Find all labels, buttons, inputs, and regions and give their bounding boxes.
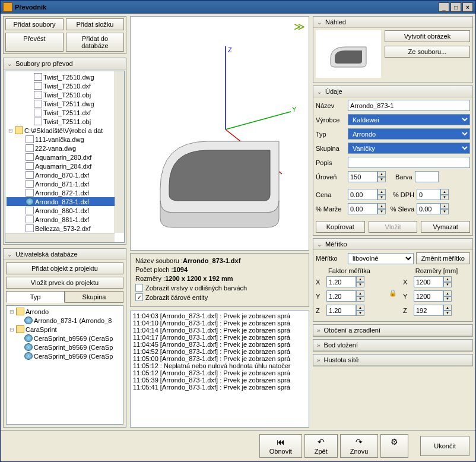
insert-point-panel-header[interactable]: »Bod vložení xyxy=(313,340,472,351)
tree-item[interactable]: Arrondo_873-1.dxf xyxy=(7,197,123,206)
show-lines-checkbox[interactable]: ✓Zobrazit čárové entity xyxy=(135,293,304,301)
top-buttons: Přidat soubory Přidat složku Převést Při… xyxy=(3,16,126,54)
price-input[interactable] xyxy=(348,189,377,200)
tree-item[interactable]: Twist_T2511.dxf xyxy=(7,108,123,117)
tree-item[interactable]: Bellezza_573-2.dxf xyxy=(7,224,123,233)
dim-x-input[interactable] xyxy=(414,276,443,287)
copy-button[interactable]: Kopírovat xyxy=(316,221,365,233)
undo-button[interactable]: ↶Zpět xyxy=(304,434,338,458)
lock-icon[interactable]: 🔒 xyxy=(389,267,397,319)
chevron-down-icon: ⌄ xyxy=(7,61,12,67)
tree-item[interactable]: Twist_T2511.dwg xyxy=(7,99,123,108)
add-to-db-button[interactable]: Přidat do databáze xyxy=(66,33,124,52)
gear-icon: ⚙ xyxy=(391,437,398,447)
tab-group[interactable]: Skupina xyxy=(65,291,123,303)
db-tabs: Typ Skupina xyxy=(6,291,123,303)
preview-image xyxy=(316,30,381,78)
tree-item[interactable]: Twist_T2511.obj xyxy=(7,117,123,126)
log-box[interactable]: 11:04:03 [Arrondo_873-1.dxf] : Prvek je … xyxy=(130,311,309,428)
desc-input[interactable] xyxy=(348,157,470,168)
tree-item[interactable]: Arrondo_881-1.dxf xyxy=(7,215,123,224)
scrollbar-v[interactable] xyxy=(115,71,124,233)
tree-item[interactable]: Twist_T2510.dwg xyxy=(7,72,123,81)
window-title: Převodník xyxy=(15,4,46,11)
factor-z-input[interactable] xyxy=(326,305,356,316)
scale-panel-header[interactable]: ⌄Měřítko xyxy=(313,239,472,250)
viewport-3d[interactable]: ≫ Z Y xyxy=(130,16,309,251)
db-panel-header[interactable]: ⌄ Uživatelská databáze xyxy=(4,249,126,260)
show-layers-checkbox[interactable]: Zobrazit vrstvy v odlišných barvách xyxy=(135,284,304,292)
paste-button[interactable]: Vložit xyxy=(369,221,418,233)
scale-select[interactable]: libovolné xyxy=(348,253,414,264)
refresh-button[interactable]: ⏮Obnovit xyxy=(259,434,302,458)
discount-input[interactable] xyxy=(417,203,440,214)
tab-type[interactable]: Typ xyxy=(6,291,65,303)
color-box[interactable] xyxy=(415,171,439,182)
margin-input[interactable] xyxy=(348,203,377,214)
tree-item[interactable]: 222-vana.dwg xyxy=(7,144,123,153)
factor-x-input[interactable] xyxy=(326,276,356,287)
factor-y-input[interactable] xyxy=(326,290,356,302)
tree-item[interactable]: Aquamarin_280.dxf xyxy=(7,153,123,162)
tree-item[interactable]: Twist_T2510.dxf xyxy=(7,81,123,90)
add-files-button[interactable]: Přidat soubory xyxy=(5,18,64,30)
scrollbar-h[interactable] xyxy=(5,233,115,242)
chevron-down-icon: ⌄ xyxy=(7,251,12,258)
dim-y-input[interactable] xyxy=(414,290,443,302)
preview-panel-header[interactable]: ⌄Náhled xyxy=(313,17,472,28)
settings-button[interactable]: ⚙ xyxy=(380,434,408,458)
minimize-button[interactable]: _ xyxy=(439,2,449,12)
redo-button[interactable]: ↷Znovu xyxy=(340,434,379,458)
add-object-button[interactable]: Přidat objekt z projektu xyxy=(6,262,123,274)
rewind-icon: ⏮ xyxy=(277,437,285,447)
undo-icon: ↶ xyxy=(318,437,325,447)
insert-element-button[interactable]: Vložit prvek do projektu xyxy=(6,277,123,289)
tree-item[interactable]: Aquamarin_284.dxf xyxy=(7,162,123,170)
exit-button[interactable]: Ukončit xyxy=(420,436,469,456)
svg-line-2 xyxy=(226,112,291,129)
files-tree[interactable]: Twist_T2510.dwgTwist_T2510.dxfTwist_T251… xyxy=(5,71,125,243)
add-folder-button[interactable]: Přidat složku xyxy=(66,18,124,30)
redo-icon: ↷ xyxy=(356,437,363,447)
rotation-panel-header[interactable]: »Otočení a zrcadlení xyxy=(313,325,472,336)
tree-item[interactable]: Arrondo_872-1.dxf xyxy=(7,188,123,197)
svg-text:Z: Z xyxy=(228,46,232,53)
svg-text:Y: Y xyxy=(292,106,297,113)
name-input[interactable] xyxy=(348,100,470,111)
maximize-button[interactable]: □ xyxy=(450,2,461,12)
from-file-button[interactable]: Ze souboru... xyxy=(385,46,470,58)
dim-z-input[interactable] xyxy=(414,305,443,316)
file-info: Název souboru :Arrondo_873-1.dxf Počet p… xyxy=(130,253,309,307)
mesh-panel-header[interactable]: »Hustota sítě xyxy=(313,355,472,366)
tree-item[interactable]: Twist_T2510.obj xyxy=(7,90,123,99)
titlebar: Převodník _ □ × xyxy=(1,1,475,14)
tree-item[interactable]: Arrondo_871-1.dxf xyxy=(7,179,123,188)
type-select[interactable]: Arrondo xyxy=(348,128,470,140)
vat-input[interactable] xyxy=(417,189,440,200)
delete-button[interactable]: Vymazat xyxy=(421,221,470,233)
files-panel-header[interactable]: ⌄ Soubory pro převod xyxy=(4,58,126,69)
change-scale-button[interactable]: Změnit měřítko xyxy=(416,252,470,264)
close-button[interactable]: × xyxy=(462,2,473,12)
group-select[interactable]: Vaničky xyxy=(348,143,470,154)
convert-button[interactable]: Převést xyxy=(5,33,64,52)
data-panel-header[interactable]: ⌄Údaje xyxy=(313,86,472,97)
create-image-button[interactable]: Vytvořit obrázek xyxy=(385,30,470,42)
app-icon xyxy=(3,2,12,12)
level-input[interactable] xyxy=(348,171,377,182)
tree-item[interactable]: Arrondo_870-1.dxf xyxy=(7,170,123,179)
tree-item[interactable]: Arrondo_880-1.dxf xyxy=(7,206,123,215)
tree-item[interactable]: 111-vanička.dwg xyxy=(7,135,123,144)
manufacturer-select[interactable]: Kaldewei xyxy=(348,114,470,125)
